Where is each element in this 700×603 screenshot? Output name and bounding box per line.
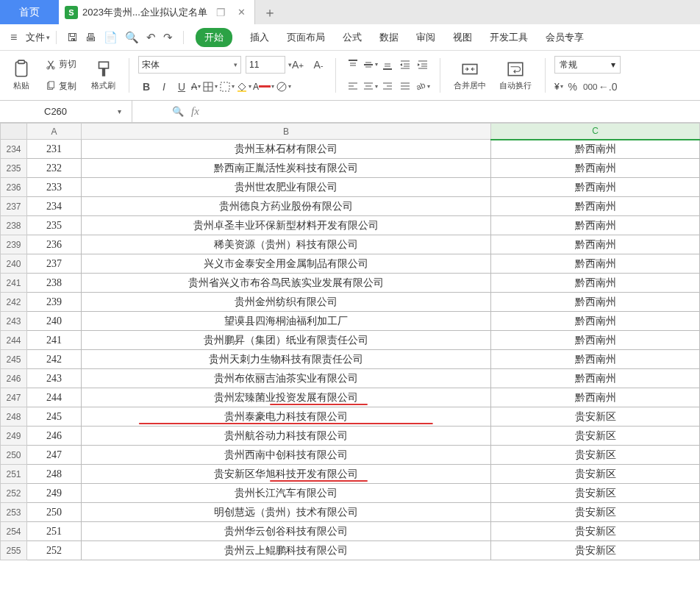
cell[interactable]: 232: [27, 159, 82, 178]
ribbon-tab-formulas[interactable]: 公式: [343, 28, 362, 47]
file-menu[interactable]: 文件 ▾: [23, 31, 53, 44]
cell[interactable]: 黔西南州: [491, 274, 700, 293]
merge-center-button[interactable]: 合并居中: [449, 60, 490, 91]
find-icon[interactable]: 🔍: [125, 31, 139, 44]
cell[interactable]: 231: [27, 140, 82, 159]
indent-increase-icon[interactable]: [415, 57, 431, 73]
cell[interactable]: 248: [27, 465, 82, 484]
redo-icon[interactable]: ↷: [163, 31, 173, 44]
row-header[interactable]: 253: [1, 503, 27, 522]
cell[interactable]: 244: [27, 388, 82, 407]
print-preview-icon[interactable]: 📄: [104, 31, 118, 44]
row-header[interactable]: 251: [1, 465, 27, 484]
row-header[interactable]: 254: [1, 522, 27, 541]
ribbon-tab-pagelayout[interactable]: 页面布局: [287, 28, 325, 47]
cell[interactable]: 望谟县四海桐油福利加工厂: [82, 312, 491, 331]
select-all-corner[interactable]: [1, 124, 27, 140]
cell[interactable]: 贵州长江汽车有限公司: [82, 484, 491, 503]
cell[interactable]: 贵州泰豪电力科技有限公司: [82, 407, 491, 427]
cell[interactable]: 252: [27, 541, 82, 560]
underline-icon[interactable]: U: [174, 79, 190, 95]
cell[interactable]: 贵州省兴义市布谷鸟民族实业发展有限公司: [82, 274, 491, 293]
row-header[interactable]: 236: [1, 178, 27, 197]
tab-duplicate-icon[interactable]: ❐: [212, 7, 230, 18]
bold-icon[interactable]: B: [138, 79, 154, 95]
cell[interactable]: 249: [27, 484, 82, 503]
cell[interactable]: 黔西南州: [491, 312, 700, 331]
align-center-icon[interactable]: ▾: [362, 80, 378, 92]
ribbon-tab-view[interactable]: 视图: [453, 28, 472, 47]
cell[interactable]: 贵州西南中创科技有限公司: [82, 446, 491, 465]
cell[interactable]: 黔西南州: [491, 235, 700, 254]
decrease-font-icon[interactable]: A-: [310, 57, 326, 73]
formula-input[interactable]: [210, 101, 700, 122]
cell[interactable]: 245: [27, 407, 82, 427]
cell[interactable]: 233: [27, 178, 82, 197]
cell[interactable]: 贵安新区: [491, 465, 700, 484]
increase-font-icon[interactable]: A+: [290, 57, 306, 73]
cell[interactable]: 贵州玉林石材有限公司: [82, 140, 491, 159]
row-header[interactable]: 239: [1, 235, 27, 254]
cell[interactable]: 251: [27, 522, 82, 541]
cell[interactable]: 黔西南州: [491, 254, 700, 274]
cell[interactable]: 黔西南州: [491, 178, 700, 197]
cell[interactable]: 明创慧远（贵州）技术有限公司: [82, 503, 491, 522]
print-icon[interactable]: 🖶: [85, 31, 96, 44]
cell[interactable]: 黔西南州: [491, 369, 700, 388]
cell[interactable]: 贵州云上鲲鹏科技有限公司: [82, 541, 491, 560]
ribbon-tab-review[interactable]: 审阅: [416, 28, 435, 47]
cell[interactable]: 238: [27, 274, 82, 293]
undo-icon[interactable]: ↶: [146, 31, 156, 44]
column-header-a[interactable]: A: [27, 124, 82, 140]
tab-document[interactable]: S 2023年贵州...企业拟认定名单 ❐ ✕: [59, 0, 255, 24]
paste-button[interactable]: 粘贴: [7, 54, 35, 97]
cut-button[interactable]: 剪切: [43, 57, 79, 72]
row-header[interactable]: 234: [1, 140, 27, 159]
align-left-icon[interactable]: [345, 78, 361, 94]
cell[interactable]: 贵州天刺力生物科技有限责任公司: [82, 350, 491, 369]
cell[interactable]: 黔西南正胤活性炭科技有限公司: [82, 159, 491, 178]
row-header[interactable]: 241: [1, 274, 27, 293]
italic-icon[interactable]: I: [156, 79, 172, 95]
percent-icon[interactable]: %: [565, 79, 581, 95]
format-painter-button[interactable]: 格式刷: [87, 54, 120, 97]
cell[interactable]: 247: [27, 446, 82, 465]
cell[interactable]: 黔西南州: [491, 197, 700, 216]
wrap-text-button[interactable]: 自动换行: [495, 60, 536, 91]
cell[interactable]: 贵安新区: [491, 484, 700, 503]
row-header[interactable]: 245: [1, 350, 27, 369]
align-top-icon[interactable]: [345, 57, 361, 73]
orientation-icon[interactable]: ab▾: [415, 80, 430, 92]
tab-close-icon[interactable]: ✕: [235, 7, 249, 18]
name-box-dropdown-icon[interactable]: ▾: [115, 107, 124, 115]
cell[interactable]: 黔西南州: [491, 140, 700, 159]
cancel-edit-icon[interactable]: 🔍: [172, 106, 184, 117]
cell[interactable]: 贵安新区: [491, 541, 700, 560]
column-header-c[interactable]: C: [491, 124, 700, 140]
cell[interactable]: 241: [27, 331, 82, 350]
row-header[interactable]: 252: [1, 484, 27, 503]
hamburger-icon[interactable]: ≡: [7, 31, 20, 44]
row-header[interactable]: 244: [1, 331, 27, 350]
borders-icon[interactable]: ▾: [202, 81, 218, 93]
cell[interactable]: 贵安新区华旭科技开发有限公司: [82, 465, 491, 484]
row-header[interactable]: 250: [1, 446, 27, 465]
cell[interactable]: 贵安新区: [491, 427, 700, 446]
cell[interactable]: 250: [27, 503, 82, 522]
cell[interactable]: 贵州世农肥业有限公司: [82, 178, 491, 197]
cell-style-icon[interactable]: ▾: [219, 81, 235, 93]
cell[interactable]: 243: [27, 369, 82, 388]
justify-icon[interactable]: [397, 78, 413, 94]
cell[interactable]: 贵州布依丽吉油茶实业有限公司: [82, 369, 491, 388]
cell[interactable]: 239: [27, 293, 82, 312]
align-right-icon[interactable]: [379, 78, 396, 94]
name-box[interactable]: C260 ▾: [0, 101, 132, 122]
ribbon-tab-devtools[interactable]: 开发工具: [490, 28, 528, 47]
cell[interactable]: 贵州宏臻菌业投资发展有限公司: [82, 388, 491, 407]
tab-add-button[interactable]: ＋: [255, 0, 285, 24]
ribbon-tab-insert[interactable]: 插入: [250, 28, 269, 47]
row-header[interactable]: 235: [1, 159, 27, 178]
copy-button[interactable]: 复制: [43, 79, 79, 94]
strikethrough-icon[interactable]: A▾: [191, 82, 201, 92]
font-color-icon[interactable]: A ▾: [253, 82, 274, 92]
